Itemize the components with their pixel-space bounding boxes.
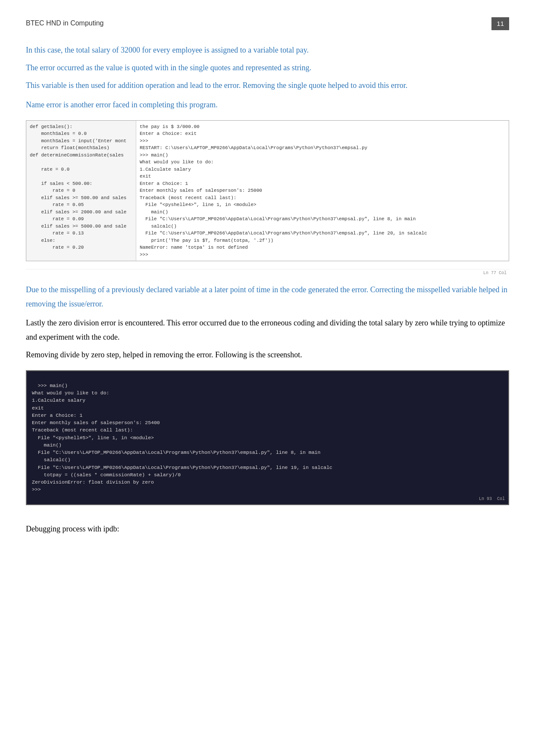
code-block-1: def getSales(): monthSales = 0.0 monthSa…	[26, 120, 509, 262]
debug-section-label: Debugging process with ipdb:	[26, 522, 509, 536]
code-block-1-left: def getSales(): monthSales = 0.0 monthSa…	[26, 121, 136, 261]
paragraph-1: In this case, the total salary of 32000 …	[26, 43, 509, 57]
page-number: 11	[491, 17, 509, 30]
paragraph-6: Lastly the zero division error is encoun…	[26, 316, 509, 345]
code-block-2-ln: Ln 93 Col	[479, 496, 505, 502]
code-block-1-ln: Ln 77 Col	[26, 269, 509, 277]
code-block-2: >>> main() What would you like to do: 1.…	[26, 370, 509, 505]
paragraph-3: This variable is then used for addition …	[26, 78, 509, 93]
paragraph-5: Due to the misspelling of a previously d…	[26, 283, 509, 312]
paragraph-4: Name error is another error faced in com…	[26, 98, 509, 112]
page-header: BTEC HND in Computing 11	[26, 17, 509, 30]
paragraph-2: The error occurred as the value is quote…	[26, 61, 509, 75]
paragraph-7: Removing divide by zero step, helped in …	[26, 348, 509, 362]
document-title: BTEC HND in Computing	[26, 17, 104, 29]
code-block-1-right: the pay is $ 3/000.00 Enter a Choice: ex…	[136, 121, 509, 261]
code-block-2-content: >>> main() What would you like to do: 1.…	[32, 383, 332, 493]
